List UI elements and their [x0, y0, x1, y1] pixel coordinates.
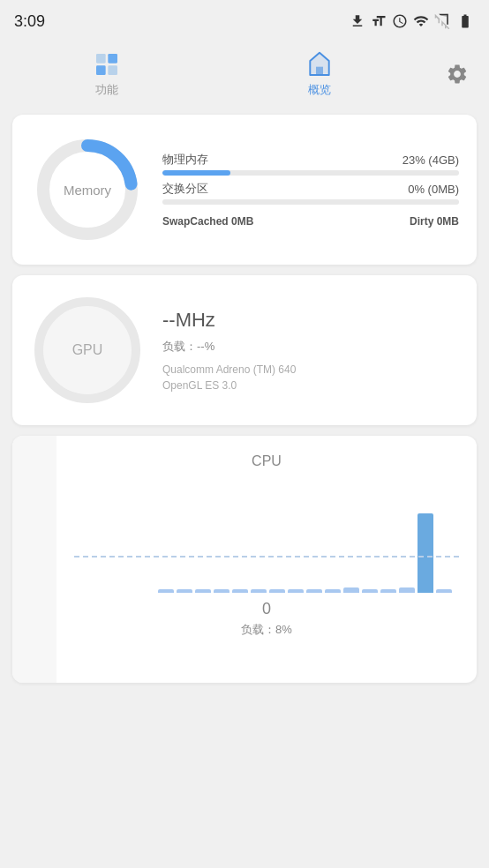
cpu-stats: 0 负载：8% [241, 600, 292, 638]
nav-item-functions[interactable]: 功能 [0, 42, 213, 106]
gpu-load: 负载：--% [162, 339, 459, 355]
dirty-detail: Dirty 0MB [410, 215, 459, 228]
nav-label-overview: 概览 [308, 82, 331, 98]
signal-icon [434, 13, 450, 29]
dirty-value: 0MB [437, 215, 459, 228]
cpu-bar [177, 589, 192, 593]
cpu-bar [418, 513, 433, 593]
gpu-opengl: OpenGL ES 3.0 [162, 379, 459, 392]
overview-icon [305, 50, 334, 79]
dirty-label: Dirty [410, 215, 433, 228]
physical-label: 物理内存 [162, 152, 208, 168]
swap-row: 交换分区 0% (0MB) [162, 181, 459, 205]
svg-rect-1 [108, 54, 117, 64]
cpu-bar [269, 589, 285, 593]
gpu-card: GPU --MHz 负载：--% Qualcomm Adreno (TM) 64… [12, 275, 477, 425]
wifi-icon [413, 13, 429, 29]
swap-cached-label: SwapCached [162, 215, 229, 228]
gpu-name: Qualcomm Adreno (TM) 640 [162, 363, 459, 376]
swap-label: 交换分区 [162, 181, 208, 197]
cpu-left-panel [12, 436, 56, 683]
cpu-count: 0 [262, 600, 271, 618]
swap-cached-value: 0MB [231, 215, 253, 228]
settings-icon [446, 63, 469, 86]
status-icons [350, 13, 475, 29]
memory-card: Memory 物理内存 23% (4GB) 交换分区 0% (0MB) [12, 115, 477, 265]
swap-cached-detail: SwapCached 0MB [162, 215, 253, 228]
nav-bar: 功能 概览 [0, 42, 489, 106]
nav-label-functions: 功能 [95, 82, 118, 98]
gpu-mhz: --MHz [162, 309, 459, 332]
cpu-load-value: 8% [275, 623, 292, 636]
main-content: Memory 物理内存 23% (4GB) 交换分区 0% (0MB) [0, 106, 489, 692]
physical-bar-fill [162, 170, 230, 176]
battery-icon [455, 13, 475, 29]
font-icon [371, 13, 387, 29]
memory-donut: Memory [30, 132, 145, 247]
cpu-bar [362, 589, 378, 593]
cpu-title: CPU [252, 453, 282, 469]
cpu-right-panel: CPU 0 负载：8% [56, 436, 477, 683]
cpu-bar [214, 589, 229, 593]
gpu-circle: GPU [30, 293, 145, 408]
cpu-bar [232, 589, 248, 593]
clock-icon [392, 13, 408, 29]
memory-donut-label: Memory [64, 183, 111, 198]
cpu-bar [325, 589, 341, 594]
status-bar: 3:09 [0, 0, 489, 42]
physical-value: 23% (4GB) [402, 153, 459, 167]
svg-rect-3 [108, 65, 117, 75]
cpu-bar [343, 587, 359, 593]
gpu-load-label: 负载： [162, 340, 197, 353]
cpu-dashed-line [74, 556, 459, 557]
cpu-bar [195, 589, 211, 594]
svg-rect-0 [96, 54, 106, 64]
functions-icon [93, 50, 121, 79]
nav-item-overview[interactable]: 概览 [213, 42, 425, 106]
cpu-bar [306, 589, 322, 593]
svg-rect-2 [96, 65, 106, 75]
cpu-bar [251, 589, 267, 593]
swap-bar-bg [162, 199, 459, 205]
memory-info: 物理内存 23% (4GB) 交换分区 0% (0MB) [162, 152, 459, 228]
cpu-chart-area [74, 478, 459, 593]
memory-details: SwapCached 0MB Dirty 0MB [162, 215, 459, 228]
cpu-bar [399, 587, 415, 593]
cpu-bar [158, 589, 174, 593]
gpu-circle-label: GPU [72, 342, 103, 358]
gpu-load-value: --% [197, 340, 214, 353]
gpu-circle-bg: GPU [34, 297, 140, 403]
gpu-info: --MHz 负载：--% Qualcomm Adreno (TM) 640 Op… [162, 309, 459, 392]
cpu-load-label: 负载： [241, 623, 275, 636]
cpu-load: 负载：8% [241, 622, 292, 638]
download-icon [350, 13, 365, 29]
swap-value: 0% (0MB) [408, 183, 459, 196]
physical-bar-bg [162, 170, 459, 176]
cpu-card: CPU 0 负载：8% [12, 436, 477, 683]
settings-button[interactable] [425, 63, 489, 86]
physical-memory-row: 物理内存 23% (4GB) [162, 152, 459, 176]
cpu-bar [380, 589, 396, 594]
cpu-bar [436, 589, 452, 593]
status-time: 3:09 [14, 12, 45, 31]
cpu-bar [288, 589, 304, 594]
